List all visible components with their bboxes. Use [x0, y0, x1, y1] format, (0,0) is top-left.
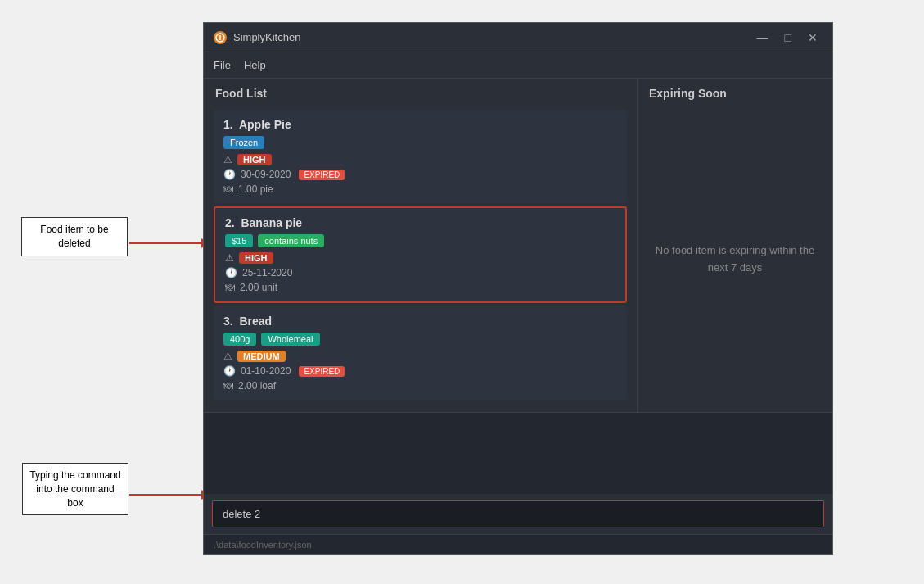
main-content: Food List 1. Apple Pie Frozen ⚠ — [204, 79, 832, 412]
arrow-line-1 — [129, 242, 201, 244]
qty-2: 2.00 unit — [240, 282, 277, 293]
expiring-header: Expiring Soon — [638, 79, 832, 106]
qty-row-2: 🍽 2.00 unit — [225, 282, 615, 293]
tag-frozen: Frozen — [223, 136, 264, 149]
priority-row-2: ⚠ HIGH — [225, 252, 615, 264]
expired-badge-3: EXPIRED — [299, 366, 345, 377]
clock-icon-2: 🕐 — [225, 267, 237, 278]
title-bar: SimplyKitchen — □ ✕ — [204, 23, 832, 52]
qty-row-3: 🍽 2.00 loaf — [223, 380, 617, 392]
food-item-3-tags: 400g Wholemeal — [223, 333, 617, 346]
priority-badge-1: HIGH — [237, 154, 272, 165]
tag-weight: 400g — [223, 333, 256, 346]
date-1: 30-09-2020 — [241, 169, 291, 180]
menu-file[interactable]: File — [214, 59, 231, 71]
food-list-pane: Food List 1. Apple Pie Frozen ⚠ — [204, 79, 638, 412]
food-item-1[interactable]: 1. Apple Pie Frozen ⚠ HIGH 🕐 — [214, 110, 627, 203]
window-controls: — □ ✕ — [752, 29, 823, 46]
annotation-arrow-2 — [129, 490, 210, 500]
menu-bar: File Help — [204, 52, 832, 79]
food-item-1-meta: ⚠ HIGH 🕐 30-09-2020 EXPIRED 🍽 1.00 pie — [223, 154, 617, 195]
qty-icon-3: 🍽 — [223, 380, 233, 392]
warning-icon-3: ⚠ — [223, 351, 232, 362]
food-item-1-tags: Frozen — [223, 136, 617, 149]
page-container: Food item to be deleted Typing the comma… — [0, 0, 924, 584]
maximize-button[interactable]: □ — [780, 29, 796, 46]
priority-row-3: ⚠ MEDIUM — [223, 351, 617, 362]
tag-nuts: contains nuts — [258, 234, 324, 247]
tag-price: $15 — [225, 234, 253, 247]
qty-icon-2: 🍽 — [225, 282, 235, 293]
qty-1: 1.00 pie — [238, 183, 273, 195]
annotation-food-item: Food item to be deleted — [21, 217, 128, 256]
food-item-3-meta: ⚠ MEDIUM 🕐 01-10-2020 EXPIRED 🍽 2.00 loa… — [223, 351, 617, 392]
qty-3: 2.00 loaf — [238, 380, 276, 392]
qty-row-1: 🍽 1.00 pie — [223, 183, 617, 195]
annotation-food-item-label: Food item to be deleted — [40, 224, 108, 249]
app-window: SimplyKitchen — □ ✕ File Help Food List — [203, 22, 833, 555]
date-row-3: 🕐 01-10-2020 EXPIRED — [223, 365, 617, 377]
priority-badge-3: MEDIUM — [237, 351, 286, 362]
tag-wholemeal: Wholemeal — [261, 333, 319, 346]
priority-badge-2: HIGH — [239, 252, 273, 264]
arrow-line-2 — [129, 494, 201, 496]
food-list-header: Food List — [204, 79, 637, 106]
food-item-2-meta: ⚠ HIGH 🕐 25-11-2020 🍽 2.00 unit — [225, 252, 615, 293]
status-path: .\data\foodInventory.json — [214, 540, 312, 550]
expiring-message: No food item is expiring within thenext … — [656, 242, 814, 277]
status-bar: .\data\foodInventory.json — [204, 534, 832, 554]
warning-icon-1: ⚠ — [223, 154, 232, 165]
date-2: 25-11-2020 — [242, 267, 292, 278]
clock-icon-3: 🕐 — [223, 365, 236, 377]
date-3: 01-10-2020 — [241, 365, 291, 377]
command-input[interactable] — [212, 500, 824, 527]
output-area — [204, 412, 832, 494]
menu-help[interactable]: Help — [244, 59, 266, 71]
expired-badge-1: EXPIRED — [299, 170, 345, 180]
food-item-2-tags: $15 contains nuts — [225, 234, 615, 247]
app-icon — [214, 31, 227, 44]
app-title: SimplyKitchen — [233, 31, 752, 43]
clock-icon-1: 🕐 — [223, 169, 236, 180]
food-item-3[interactable]: 3. Bread 400g Wholemeal ⚠ MEDIUM — [214, 306, 627, 400]
close-button[interactable]: ✕ — [803, 29, 823, 46]
warning-icon-2: ⚠ — [225, 252, 234, 264]
annotation-command: Typing the command into the command box — [22, 463, 128, 515]
date-row-1: 🕐 30-09-2020 EXPIRED — [223, 169, 617, 180]
expiring-pane: Expiring Soon No food item is expiring w… — [638, 79, 832, 412]
food-item-2[interactable]: 2. Banana pie $15 contains nuts ⚠ HIGH — [214, 206, 627, 303]
annotation-arrow-1 — [129, 238, 210, 248]
food-list-scroll[interactable]: 1. Apple Pie Frozen ⚠ HIGH 🕐 — [204, 106, 637, 412]
food-item-2-name: 2. Banana pie — [225, 216, 615, 229]
date-row-2: 🕐 25-11-2020 — [225, 267, 615, 278]
priority-row-1: ⚠ HIGH — [223, 154, 617, 165]
qty-icon-1: 🍽 — [223, 183, 233, 195]
command-section — [204, 494, 832, 534]
food-item-1-name: 1. Apple Pie — [223, 118, 617, 131]
minimize-button[interactable]: — — [752, 29, 773, 46]
annotation-command-label: Typing the command into the command box — [29, 469, 120, 509]
food-item-3-name: 3. Bread — [223, 315, 617, 328]
expiring-content: No food item is expiring within thenext … — [638, 106, 832, 412]
